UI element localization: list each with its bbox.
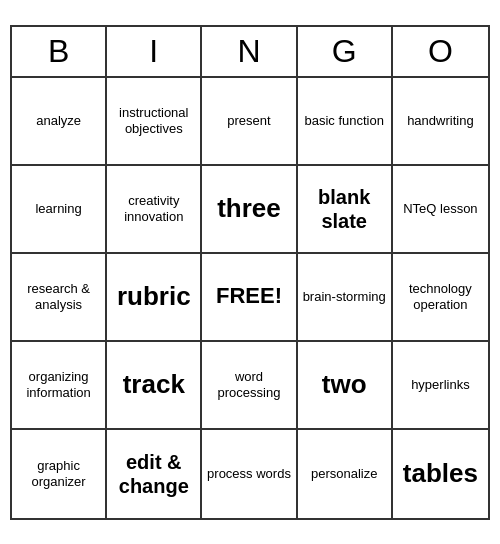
bingo-cell: handwriting	[393, 78, 488, 166]
bingo-cell: edit & change	[107, 430, 202, 518]
bingo-header: BINGO	[12, 27, 488, 78]
header-letter: O	[393, 27, 488, 76]
bingo-cell: instructional objectives	[107, 78, 202, 166]
bingo-cell: basic function	[298, 78, 393, 166]
bingo-cell: learning	[12, 166, 107, 254]
bingo-cell: two	[298, 342, 393, 430]
bingo-cell: brain-storming	[298, 254, 393, 342]
bingo-cell: blank slate	[298, 166, 393, 254]
bingo-cell: personalize	[298, 430, 393, 518]
bingo-cell: tables	[393, 430, 488, 518]
bingo-cell: NTeQ lesson	[393, 166, 488, 254]
bingo-cell: graphic organizer	[12, 430, 107, 518]
bingo-cell: hyperlinks	[393, 342, 488, 430]
bingo-cell: analyze	[12, 78, 107, 166]
bingo-cell: rubric	[107, 254, 202, 342]
header-letter: I	[107, 27, 202, 76]
bingo-cell: process words	[202, 430, 297, 518]
bingo-cell: technology operation	[393, 254, 488, 342]
bingo-cell: track	[107, 342, 202, 430]
bingo-cell: three	[202, 166, 297, 254]
bingo-cell: word processing	[202, 342, 297, 430]
bingo-cell: research & analysis	[12, 254, 107, 342]
bingo-cell: present	[202, 78, 297, 166]
bingo-cell: FREE!	[202, 254, 297, 342]
bingo-cell: creativity innovation	[107, 166, 202, 254]
header-letter: G	[298, 27, 393, 76]
bingo-grid: analyzeinstructional objectivespresentba…	[12, 78, 488, 518]
header-letter: B	[12, 27, 107, 76]
header-letter: N	[202, 27, 297, 76]
bingo-cell: organizing information	[12, 342, 107, 430]
bingo-card: BINGO analyzeinstructional objectivespre…	[10, 25, 490, 520]
